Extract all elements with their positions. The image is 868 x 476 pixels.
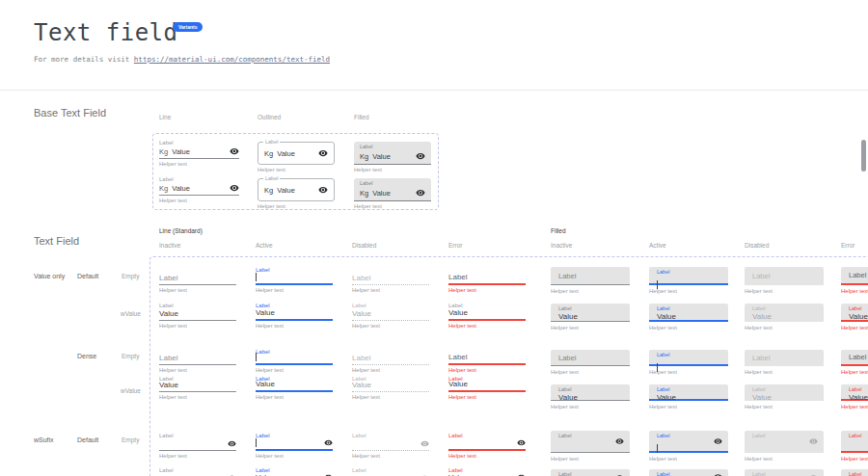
floating-label: Label [159, 302, 236, 309]
field-line-active-value-only-default-wvalue[interactable]: LabelValueHelper text [256, 302, 333, 330]
eye-icon[interactable] [318, 185, 328, 195]
eye-icon[interactable] [420, 439, 429, 448]
field-filled-active-value-only-default-wvalue[interactable]: LabelValueHelper text [649, 304, 728, 331]
field-line-disabled-wsufix-default-empty[interactable]: LabelHelper text [352, 432, 429, 460]
field-value: Value [558, 312, 622, 321]
field-filled-disabled-wsufix-default-wvalue[interactable]: LabelValueHelper text [745, 469, 824, 476]
field-filled-inactive-value-only-default-wvalue[interactable]: LabelValueHelper text [551, 304, 630, 331]
field-filled-error-value-only-dense-empty[interactable]: LabelHelper text [841, 350, 868, 376]
field-line-error-value-only-default-empty[interactable]: LabelHelper text [448, 266, 526, 294]
eye-icon[interactable] [416, 188, 425, 198]
field-filled-disabled-value-only-default-empty[interactable]: LabelHelper text [745, 267, 824, 295]
field-value: Value [752, 393, 816, 402]
field-filled-error-value-only-dense-wvalue[interactable]: LabelValueHelper text [841, 384, 868, 410]
field-value: Value [159, 309, 178, 318]
field-filled-disabled-value-only-dense-empty[interactable]: LabelHelper text [745, 350, 824, 376]
field-value: Value [172, 147, 190, 156]
field-line-active-value-only-default-empty[interactable]: LabelHelper text [256, 266, 333, 294]
field-value: Value [448, 308, 468, 317]
eye-icon[interactable] [318, 148, 328, 158]
field-filled-active-wsufix-default-wvalue[interactable]: LabelHelper text [649, 469, 728, 476]
field-line-active-value-only-dense-empty[interactable]: LabelHelper text [256, 349, 333, 374]
field-filled-disabled-value-only-default-wvalue[interactable]: LabelValueHelper text [745, 304, 824, 331]
scrollbar-thumb[interactable] [861, 140, 866, 172]
eye-icon[interactable] [714, 473, 722, 476]
field-filled-disabled-wsufix-default-empty[interactable]: LabelHelper text [745, 431, 824, 463]
field-filled-inactive-value-only-default-empty[interactable]: LabelHelper text [551, 267, 630, 295]
field-line-active-wsufix-default-empty[interactable]: LabelHelper text [256, 432, 333, 460]
eye-icon[interactable] [809, 437, 818, 446]
eye-icon[interactable] [230, 146, 239, 156]
field-filled-error-wsufix-default-empty[interactable]: LabelHelper text [841, 431, 868, 463]
field-filled-active-value-only-dense-wvalue[interactable]: LabelValueHelper text [649, 384, 728, 410]
field-filled-error-value-only-default-empty[interactable]: LabelHelper text [841, 267, 868, 295]
field-filled-error-wsufix-default-wvalue[interactable]: LabelValueHelper text [841, 469, 868, 476]
eye-icon[interactable] [230, 183, 239, 193]
helper-text: Helper text [841, 369, 868, 376]
field-line-error-value-only-dense-wvalue[interactable]: LabelValueHelper text [448, 376, 526, 401]
row-label-default-2: Default [77, 436, 98, 443]
field-line-active-value-only-dense-wvalue[interactable]: LabelValueHelper text [256, 376, 333, 401]
field-line-error-value-only-dense-empty[interactable]: LabelHelper text [448, 349, 526, 374]
field-filled-inactive-value-only-dense-wvalue[interactable]: LabelValueHelper text [551, 384, 630, 410]
base-filled-field[interactable]: LabelKgValueHelper text [354, 175, 431, 210]
field-filled-inactive-value-only-dense-empty[interactable]: LabelHelper text [551, 350, 630, 376]
filled-box: LabelValue [649, 304, 728, 322]
field-filled-disabled-value-only-dense-wvalue[interactable]: LabelValueHelper text [745, 384, 824, 410]
filled-box: LabelValue [745, 384, 824, 401]
field-line-inactive-value-only-dense-wvalue[interactable]: LabelValueHelper text [159, 376, 236, 401]
field-line-disabled-value-only-default-empty[interactable]: LabelHelper text [352, 266, 429, 294]
field-value: Value [372, 152, 391, 161]
base-filled-field[interactable]: LabelKgValueHelper text [354, 139, 431, 173]
page: Text field Variants For more details vis… [0, 0, 868, 476]
field-line-error-value-only-default-wvalue[interactable]: LabelValueHelper text [448, 302, 526, 330]
base-outlined-field[interactable]: LabelKgValueHelper text [258, 175, 335, 210]
eye-icon[interactable] [416, 151, 425, 161]
field-line-disabled-value-only-dense-wvalue[interactable]: LabelValueHelper text [352, 376, 429, 401]
eye-icon[interactable] [615, 437, 624, 446]
field-line-disabled-value-only-dense-empty[interactable]: LabelHelper text [352, 349, 429, 374]
header-divider [0, 90, 868, 91]
input-underline: Label [159, 356, 236, 365]
field-line-inactive-value-only-default-wvalue[interactable]: LabelValueHelper text [159, 302, 236, 330]
eye-icon[interactable] [714, 436, 722, 445]
base-outlined-field[interactable]: LabelKgValueHelper text [258, 139, 335, 173]
eye-icon[interactable] [517, 438, 526, 447]
field-line-inactive-value-only-dense-empty[interactable]: LabelHelper text [159, 349, 236, 374]
base-line-field[interactable]: LabelKgValueHelper text [159, 139, 239, 168]
field-filled-error-value-only-default-wvalue[interactable]: LabelValueHelper text [841, 304, 868, 331]
field-filled-active-value-only-default-empty[interactable]: LabelHelper text [649, 267, 728, 295]
field-value: Value [352, 381, 371, 389]
field-filled-active-value-only-dense-empty[interactable]: LabelHelper text [649, 350, 728, 376]
field-line-active-wsufix-default-wvalue[interactable]: LabelValueHelper text [256, 466, 333, 476]
field-line-error-wsufix-default-empty[interactable]: LabelHelper text [448, 432, 526, 460]
prefix-text: Kg [159, 184, 168, 193]
field-line-inactive-wsufix-default-wvalue[interactable]: LabelValueHelper text [159, 466, 236, 476]
field-filled-inactive-wsufix-default-wvalue[interactable]: LabelValueHelper text [551, 469, 630, 476]
eye-icon[interactable] [228, 439, 236, 448]
field-line-inactive-wsufix-default-empty[interactable]: LabelHelper text [159, 432, 236, 460]
row-label-wvalue-1: wValue [121, 310, 141, 317]
floating-label: Label [256, 432, 333, 439]
base-line-field[interactable]: LabelKgValueHelper text [159, 175, 239, 204]
field-line-error-wsufix-default-wvalue[interactable]: LabelValueHelper text [448, 466, 526, 476]
field-line-disabled-wsufix-default-wvalue[interactable]: LabelValueHelper text [352, 466, 429, 476]
field-value: Value [752, 312, 816, 321]
floating-label: Label [256, 349, 333, 356]
suffix-icon-wrap [809, 437, 818, 446]
field-line-disabled-value-only-default-wvalue[interactable]: LabelValueHelper text [352, 302, 429, 330]
field-filled-inactive-wsufix-default-empty[interactable]: LabelHelper text [551, 431, 630, 463]
prefix-text: Kg [360, 152, 368, 161]
eye-icon[interactable] [324, 438, 333, 447]
floating-label: Label [352, 466, 429, 474]
floating-label: Label [849, 305, 868, 312]
helper-text: Helper text [354, 167, 431, 173]
helper-text: Helper text [159, 287, 236, 294]
input-underline [159, 439, 236, 451]
docs-link[interactable]: https://material-ui.com/components/text-… [134, 55, 330, 64]
field-filled-active-wsufix-default-empty[interactable]: LabelHelper text [649, 431, 728, 463]
helper-text: Helper text [551, 456, 630, 463]
input-underline: Label [352, 274, 429, 285]
helper-text: Helper text [256, 394, 333, 401]
field-line-inactive-value-only-default-empty[interactable]: LabelHelper text [159, 266, 236, 294]
